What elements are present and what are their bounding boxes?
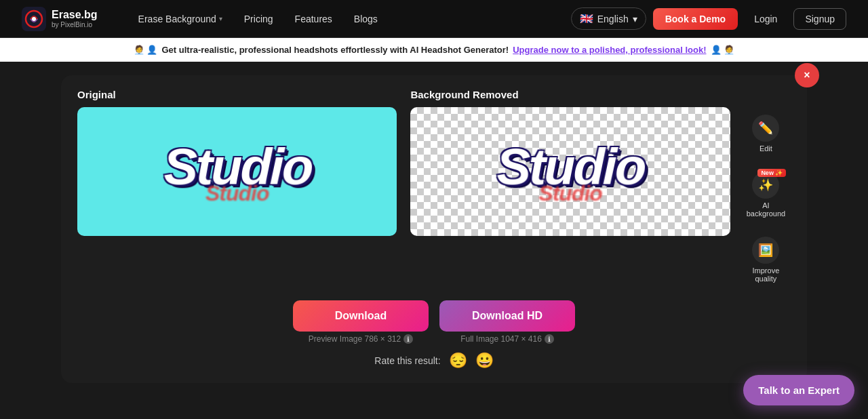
logo-icon — [22, 7, 46, 31]
signup-button[interactable]: Signup — [793, 8, 846, 30]
rate-row: Rate this result: 😔 😀 — [374, 352, 493, 370]
banner-emoji-left: 🧑‍💼 👤 — [134, 45, 158, 55]
nav-features[interactable]: Features — [287, 9, 340, 28]
full-info: Full Image 1047 × 416 ℹ — [460, 334, 554, 344]
edit-icon-circle: ✏️ — [752, 115, 779, 142]
studio-shadow-removed: Studio — [538, 181, 602, 206]
download-group: Download Preview Image 786 × 312 ℹ — [293, 300, 429, 344]
banner-emoji-right: 👤 🧑‍💼 — [711, 45, 735, 55]
edit-label: Edit — [760, 144, 772, 153]
sad-emoji-button[interactable]: 😔 — [449, 352, 467, 370]
main-content: × Original Studio Studio — [0, 62, 868, 383]
logo-text: Erase.bg by PixelBin.io — [52, 9, 98, 28]
editor-container: × Original Studio Studio — [61, 75, 807, 383]
nav-right: 🇬🇧 English ▾ Book a Demo Login Signup — [571, 7, 846, 30]
original-image: Studio Studio — [77, 107, 397, 236]
banner-upgrade-link[interactable]: Upgrade now to a polished, professional … — [513, 45, 706, 55]
talk-to-expert-button[interactable]: Talk to an Expert — [743, 375, 854, 405]
removed-image-box: Studio Studio — [410, 107, 730, 236]
original-label: Original — [77, 89, 397, 100]
close-button[interactable]: × — [795, 63, 819, 87]
download-button[interactable]: Download — [293, 300, 429, 332]
logo-brand: Erase.bg — [52, 9, 98, 21]
book-demo-button[interactable]: Book a Demo — [653, 8, 738, 30]
removed-label: Background Removed — [410, 89, 730, 100]
new-badge: New ✨ — [757, 169, 786, 177]
logo-byline: by PixelBin.io — [52, 21, 98, 28]
download-hd-group: Download HD Full Image 1047 × 416 ℹ — [439, 300, 575, 344]
happy-emoji-button[interactable]: 😀 — [475, 352, 494, 370]
nav-links: Erase Background ▾ Pricing Features Blog… — [130, 9, 549, 28]
ai-bg-label: AI background — [747, 201, 786, 218]
improve-label: Improve quality — [748, 266, 783, 283]
download-buttons-row: Download Preview Image 786 × 312 ℹ Downl… — [77, 300, 791, 344]
lang-chevron-icon: ▾ — [633, 14, 637, 24]
rate-label: Rate this result: — [374, 355, 440, 366]
nav-pricing[interactable]: Pricing — [236, 9, 281, 28]
language-selector[interactable]: 🇬🇧 English ▾ — [571, 7, 646, 30]
preview-info: Preview Image 786 × 312 ℹ — [309, 334, 413, 344]
banner-text: Get ultra-realistic, professional headsh… — [161, 45, 509, 55]
download-hd-button[interactable]: Download HD — [439, 300, 575, 332]
login-button[interactable]: Login — [745, 8, 787, 30]
studio-shadow-original: Studio — [205, 181, 269, 206]
removed-image: Studio Studio — [410, 107, 730, 236]
preview-info-icon[interactable]: ℹ — [403, 334, 413, 344]
image-quality-icon: 🖼️ — [758, 243, 773, 258]
flag-icon: 🇬🇧 — [580, 12, 593, 25]
original-image-box: Studio Studio — [77, 107, 397, 236]
chevron-down-icon: ▾ — [219, 15, 222, 22]
nav-erase-background[interactable]: Erase Background ▾ — [130, 9, 231, 28]
images-row: Original Studio Studio Background Remove… — [77, 89, 730, 236]
improve-icon-circle: 🖼️ — [752, 237, 779, 264]
full-info-icon[interactable]: ℹ — [545, 334, 554, 344]
svg-point-2 — [32, 17, 36, 21]
removed-panel: Background Removed Studio Studio — [410, 89, 730, 236]
sparkle-icon: ✨ — [758, 178, 773, 193]
logo[interactable]: Erase.bg by PixelBin.io — [22, 7, 98, 31]
edit-tool-button[interactable]: ✏️ Edit — [743, 109, 789, 158]
promo-banner: 🧑‍💼 👤 Get ultra-realistic, professional … — [0, 38, 868, 62]
pencil-icon: ✏️ — [758, 121, 773, 136]
tools-sidebar: ✏️ Edit New ✨ ✨ AI background 🖼️ Improve… — [741, 89, 791, 288]
original-panel: Original Studio Studio — [77, 89, 397, 236]
navbar: Erase.bg by PixelBin.io Erase Background… — [0, 0, 868, 38]
improve-quality-tool-button[interactable]: 🖼️ Improve quality — [743, 231, 789, 288]
ai-background-tool-button[interactable]: New ✨ ✨ AI background — [743, 166, 789, 223]
nav-blogs[interactable]: Blogs — [346, 9, 386, 28]
